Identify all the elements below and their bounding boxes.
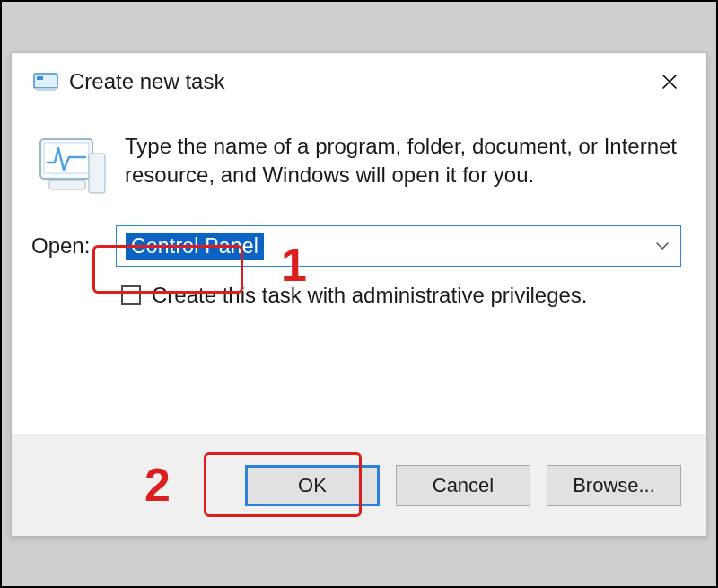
admin-row: Create this task with administrative pri…	[31, 283, 681, 308]
run-dialog-icon	[33, 71, 58, 92]
admin-checkbox-label: Create this task with administrative pri…	[152, 283, 588, 308]
open-input-value: Control Panel	[126, 233, 264, 260]
close-icon	[661, 74, 678, 90]
svg-rect-2	[36, 88, 56, 91]
svg-rect-0	[34, 74, 57, 88]
chevron-down-icon	[655, 239, 670, 253]
open-label: Open:	[31, 233, 98, 259]
pc-activity-icon	[37, 136, 109, 197]
dialog-title: Create new task	[69, 69, 649, 94]
ok-button[interactable]: OK	[245, 465, 380, 506]
cancel-button[interactable]: Cancel	[396, 465, 530, 506]
svg-rect-5	[49, 180, 85, 189]
dialog-body: Type the name of a program, folder, docu…	[12, 110, 706, 434]
close-button[interactable]	[649, 61, 690, 102]
open-row: Open: Control Panel	[31, 225, 681, 267]
annotation-number-2: 2	[144, 461, 171, 508]
prompt-row: Type the name of a program, folder, docu…	[31, 132, 681, 197]
title-bar: Create new task	[12, 53, 706, 110]
admin-checkbox[interactable]	[121, 285, 141, 305]
svg-rect-1	[37, 76, 43, 80]
svg-rect-6	[89, 154, 105, 193]
prompt-text: Type the name of a program, folder, docu…	[125, 132, 681, 190]
open-combobox[interactable]: Control Panel	[116, 225, 681, 267]
browse-button[interactable]: Browse...	[547, 465, 681, 506]
dialog-footer: 2 OK Cancel Browse...	[12, 434, 706, 536]
screenshot-stage: Create new task Type	[0, 0, 718, 588]
create-new-task-dialog: Create new task Type	[11, 52, 707, 537]
